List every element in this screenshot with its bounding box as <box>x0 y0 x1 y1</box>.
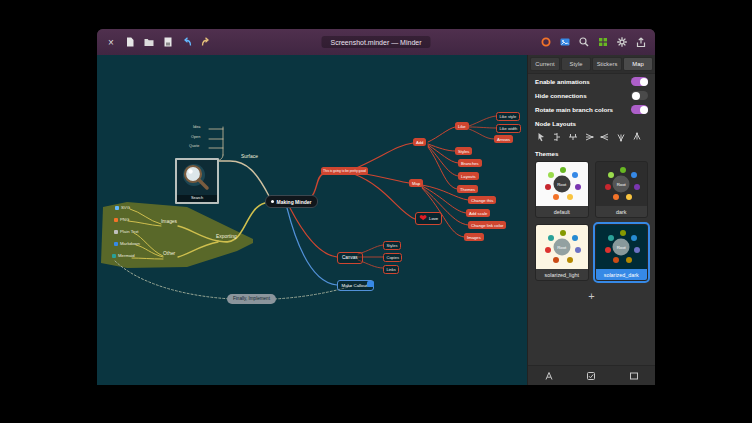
map-link <box>428 127 455 142</box>
undo-icon[interactable] <box>180 35 194 49</box>
map-link <box>428 147 457 189</box>
node-this-is-going-to-be-pretty-good[interactable]: This is going to be pretty good <box>321 167 368 175</box>
toggle-hide-connections[interactable] <box>631 91 648 100</box>
node-plain-text[interactable]: Plain Text <box>114 229 139 234</box>
add-theme-button[interactable]: + <box>588 291 594 302</box>
node-search[interactable]: Search <box>175 158 219 204</box>
grid-icon[interactable] <box>596 35 610 49</box>
search-icon[interactable] <box>577 35 591 49</box>
node-other[interactable]: Other <box>163 251 175 257</box>
record-icon[interactable] <box>539 35 553 49</box>
node-images[interactable]: Images <box>161 219 177 225</box>
node-mermaid[interactable]: Mermaid <box>112 253 135 258</box>
new-file-icon[interactable] <box>123 35 137 49</box>
node-surface[interactable]: Surface <box>241 154 258 160</box>
theme-dark[interactable]: Rootdark <box>595 161 649 218</box>
node-markdown[interactable]: Markdown <box>114 241 140 246</box>
upwards-layout-icon[interactable] <box>614 130 628 143</box>
theme-node-dot <box>605 184 611 190</box>
map-link <box>469 129 494 139</box>
toggle-row-rotate-main-branch-colors: Rotate main branch colors <box>528 102 655 116</box>
toggle-list: Enable animationsHide connectionsRotate … <box>528 74 655 116</box>
toggle-label: Hide connections <box>535 92 587 99</box>
node-layouts[interactable]: Layouts <box>458 172 479 180</box>
node-open[interactable]: Open <box>191 135 200 140</box>
frame-icon[interactable] <box>625 369 643 382</box>
node-images[interactable]: Images <box>464 233 484 241</box>
theme-default[interactable]: Rootdefault <box>535 161 589 218</box>
checkbox-icon[interactable] <box>582 369 600 382</box>
theme-node-dot <box>567 194 573 200</box>
theme-node-dot <box>548 172 554 178</box>
theme-node-dot <box>575 184 581 190</box>
node-svg[interactable]: SVG <box>115 205 130 210</box>
node-add[interactable]: Add <box>413 138 426 146</box>
file-type-icon <box>112 254 116 258</box>
node-copies[interactable]: Copies <box>383 253 402 262</box>
node-map[interactable]: Map <box>409 179 423 187</box>
toggle-rotate-main-branch-colors[interactable] <box>631 105 648 114</box>
node-finally-implement[interactable]: Finally, Implement <box>227 294 276 304</box>
toggle-label: Enable animations <box>535 78 590 85</box>
node-making-minder[interactable]: Making Minder <box>265 195 318 208</box>
horizontal-layout-icon[interactable] <box>566 130 580 143</box>
map-link <box>287 208 337 285</box>
theme-node-dot <box>626 257 632 263</box>
node-links[interactable]: Links <box>383 265 399 274</box>
downwards-layout-icon[interactable] <box>630 130 644 143</box>
theme-solarized-light[interactable]: Rootsolarized_light <box>535 224 589 281</box>
open-folder-icon[interactable] <box>142 35 156 49</box>
node-canvas[interactable]: Canvas <box>337 252 363 264</box>
tab-stickers[interactable]: Stickers <box>592 57 622 71</box>
note-icon[interactable] <box>367 281 374 287</box>
node-branches[interactable]: Branches <box>458 159 482 167</box>
theme-node-dot <box>567 257 573 263</box>
file-type-icon <box>114 230 118 234</box>
theme-node-dot <box>560 167 566 173</box>
node-arrows[interactable]: Arrows <box>494 135 513 143</box>
theme-root-node: Root <box>613 239 630 256</box>
toggle-enable-animations[interactable] <box>631 77 648 86</box>
node-love[interactable]: ❤Love <box>415 212 442 225</box>
toolbar-left <box>123 35 213 49</box>
node-themes[interactable]: Themes <box>457 185 478 193</box>
settings-gear-icon[interactable] <box>615 35 629 49</box>
map-link <box>354 143 413 169</box>
tab-style[interactable]: Style <box>561 57 591 71</box>
manual-layout-icon[interactable] <box>534 130 548 143</box>
node-quote[interactable]: Quote <box>189 144 199 149</box>
theme-solarized-dark[interactable]: Rootsolarized_dark <box>595 224 649 281</box>
node-like-width[interactable]: Like width <box>496 124 521 133</box>
image-icon[interactable] <box>558 35 572 49</box>
text-format-icon[interactable] <box>540 369 558 382</box>
redo-icon[interactable] <box>199 35 213 49</box>
node-styles[interactable]: Styles <box>383 241 401 250</box>
mindmap-canvas[interactable]: SearchSurfaceIdeaOpenQuoteMaking MinderT… <box>97 55 527 385</box>
node-idea[interactable]: Idea <box>193 125 200 130</box>
close-button[interactable]: × <box>104 35 118 49</box>
to-right-layout-icon[interactable] <box>598 130 612 143</box>
node-styles[interactable]: Styles <box>455 147 472 155</box>
magnifier-image <box>177 162 213 194</box>
theme-node-dot <box>545 184 551 190</box>
theme-node-dot <box>560 230 566 236</box>
node-change-this[interactable]: Change this <box>468 196 496 204</box>
tab-map[interactable]: Map <box>623 57 653 71</box>
node-png[interactable]: PNG <box>114 217 129 222</box>
to-left-layout-icon[interactable] <box>582 130 596 143</box>
node-add-scale[interactable]: Add scale <box>466 209 490 217</box>
node-like-style[interactable]: Like style <box>496 112 520 121</box>
tab-current[interactable]: Current <box>530 57 560 71</box>
node-exporting[interactable]: Exporting <box>216 234 237 240</box>
vertical-layout-icon[interactable] <box>550 130 564 143</box>
theme-node-dot <box>620 230 626 236</box>
save-icon[interactable] <box>161 35 175 49</box>
map-link <box>469 116 496 126</box>
export-icon[interactable] <box>634 35 648 49</box>
node-like[interactable]: Like <box>455 122 469 130</box>
theme-name-label: solarized_light <box>536 269 588 280</box>
map-link <box>215 161 269 196</box>
theme-node-dot <box>634 247 640 253</box>
theme-preview: Root <box>536 162 588 206</box>
node-change-link-color[interactable]: Change link color <box>468 221 506 229</box>
